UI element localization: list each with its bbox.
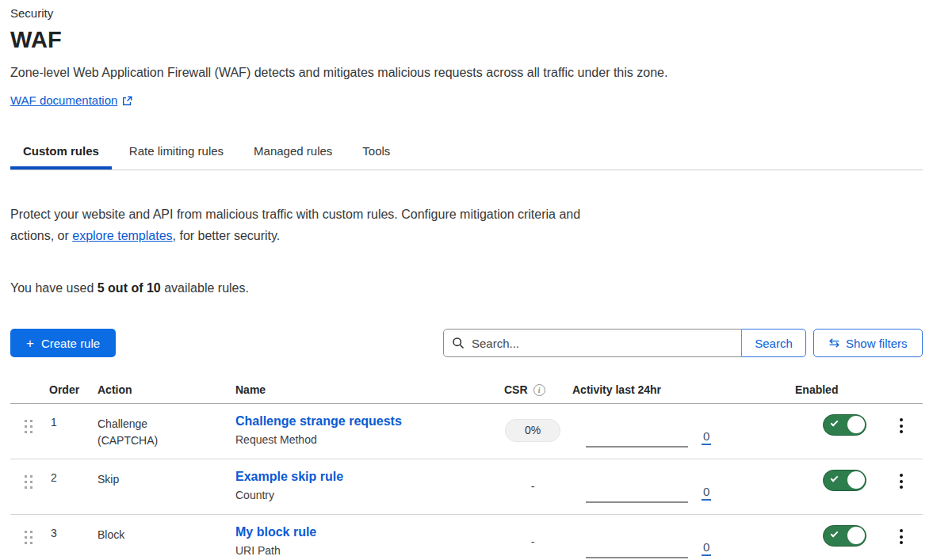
drag-handle-icon[interactable] — [22, 528, 33, 544]
rules-table: Order Action Name CSR i Activity last 24… — [10, 381, 923, 560]
rule-criteria: Request Method — [235, 433, 499, 446]
external-link-icon — [122, 95, 132, 105]
toolbar: + Create rule Search ⇆ Show filt — [10, 329, 923, 357]
activity-sparkline — [586, 557, 688, 558]
row-order: 1 — [44, 404, 92, 459]
row-enabled-cell — [790, 515, 880, 560]
intro-after: , for better security. — [173, 229, 281, 242]
row-name-cell: Example skip rule Country — [230, 459, 499, 514]
table-row: 1 Challenge (CAPTCHA) Challenge strange … — [10, 404, 923, 459]
row-activity-cell: 0 — [567, 459, 790, 514]
waf-documentation-link-label: WAF documentation — [10, 93, 117, 107]
table-row: 3 Block My block rule URI Path - 0 — [10, 515, 923, 560]
row-csr-cell: - — [499, 459, 567, 514]
toggle-knob — [847, 416, 865, 433]
search-input[interactable] — [443, 329, 742, 357]
rule-name-link[interactable]: Challenge strange requests — [235, 414, 402, 428]
search-icon — [452, 337, 465, 349]
tab-tools[interactable]: Tools — [350, 136, 403, 170]
header-name: Name — [230, 381, 499, 396]
explore-templates-link[interactable]: explore templates — [72, 229, 172, 242]
row-action-line1: Skip — [98, 471, 230, 488]
rule-criteria: URI Path — [235, 544, 499, 557]
row-action-line2: (CAPTCHA) — [98, 432, 230, 449]
rule-name-link[interactable]: Example skip rule — [235, 470, 343, 483]
tab-bar: Custom rules Rate limiting rules Managed… — [10, 136, 923, 170]
row-enabled-cell — [790, 404, 880, 459]
rule-criteria: Country — [235, 489, 499, 501]
row-action-line1: Block — [98, 527, 230, 543]
table-row: 2 Skip Example skip rule Country - 0 — [10, 459, 923, 515]
row-menu-cell — [880, 404, 923, 459]
intro-text: Protect your website and API from malici… — [10, 204, 589, 246]
csr-badge: 0% — [505, 419, 560, 442]
row-order: 3 — [44, 515, 92, 560]
create-rule-button[interactable]: + Create rule — [10, 329, 116, 357]
activity-sparkline — [586, 446, 688, 448]
kebab-menu-icon[interactable] — [895, 528, 908, 560]
row-action-line1: Challenge — [98, 416, 230, 432]
usage-text: You have used 5 out of 10 available rule… — [10, 281, 923, 295]
enabled-toggle[interactable] — [823, 414, 866, 436]
check-icon — [831, 474, 839, 482]
header-csr: CSR i — [499, 381, 567, 396]
row-csr-cell: - — [499, 515, 567, 560]
header-action: Action — [92, 381, 230, 396]
row-menu-cell — [880, 515, 923, 560]
row-name-cell: My block rule URI Path — [230, 515, 499, 560]
create-rule-button-label: Create rule — [41, 337, 100, 350]
row-action: Block — [92, 515, 230, 560]
kebab-menu-icon[interactable] — [895, 472, 908, 514]
header-spacer — [10, 381, 44, 396]
header-order: Order — [44, 381, 92, 396]
row-handle-cell — [10, 459, 44, 514]
activity-count-link[interactable]: 0 — [702, 485, 711, 501]
row-menu-cell — [880, 459, 923, 514]
row-csr-cell: 0% — [499, 404, 567, 459]
info-icon[interactable]: i — [533, 384, 545, 396]
row-action: Skip — [92, 459, 230, 514]
enabled-toggle[interactable] — [823, 525, 866, 547]
usage-prefix: You have used — [10, 281, 98, 295]
page-title: WAF — [10, 27, 923, 53]
doc-link-row: WAF documentation — [10, 93, 923, 108]
swap-arrows-icon: ⇆ — [829, 337, 839, 349]
header-csr-label: CSR — [504, 383, 528, 396]
activity-count-link[interactable]: 0 — [702, 540, 711, 556]
check-icon — [831, 419, 839, 427]
enabled-toggle[interactable] — [823, 470, 866, 491]
usage-suffix: available rules. — [161, 281, 249, 295]
toggle-knob — [847, 471, 865, 489]
tab-managed-rules[interactable]: Managed rules — [241, 136, 345, 170]
header-menu-spacer — [880, 381, 923, 396]
header-enabled: Enabled — [790, 381, 880, 396]
activity-count-link[interactable]: 0 — [702, 429, 711, 445]
search-group: Search — [443, 329, 806, 357]
rule-name-link[interactable]: My block rule — [235, 525, 316, 539]
header-activity: Activity last 24hr — [567, 381, 790, 396]
search-wrap — [443, 329, 742, 357]
row-handle-cell — [10, 404, 44, 459]
table-header-row: Order Action Name CSR i Activity last 24… — [10, 381, 923, 404]
drag-handle-icon[interactable] — [22, 473, 33, 489]
row-activity-cell: 0 — [567, 515, 790, 560]
row-order: 2 — [44, 459, 92, 514]
tab-custom-rules[interactable]: Custom rules — [10, 136, 112, 170]
waf-documentation-link[interactable]: WAF documentation — [10, 93, 132, 107]
row-action: Challenge (CAPTCHA) — [92, 404, 230, 459]
show-filters-button[interactable]: ⇆ Show filters — [813, 329, 923, 357]
row-enabled-cell — [790, 459, 880, 514]
tab-rate-limiting-rules[interactable]: Rate limiting rules — [117, 136, 236, 170]
check-icon — [831, 530, 839, 538]
show-filters-label: Show filters — [846, 337, 908, 350]
search-button[interactable]: Search — [741, 329, 806, 357]
usage-count: 5 out of 10 — [98, 281, 161, 295]
row-name-cell: Challenge strange requests Request Metho… — [230, 404, 499, 459]
toolbar-right: Search ⇆ Show filters — [443, 329, 923, 357]
toggle-knob — [847, 527, 865, 544]
drag-handle-icon[interactable] — [22, 417, 33, 433]
activity-sparkline — [586, 501, 688, 503]
waf-page: Security WAF Zone-level Web Application … — [0, 0, 933, 560]
kebab-menu-icon[interactable] — [895, 417, 908, 459]
breadcrumb: Security — [10, 6, 923, 20]
